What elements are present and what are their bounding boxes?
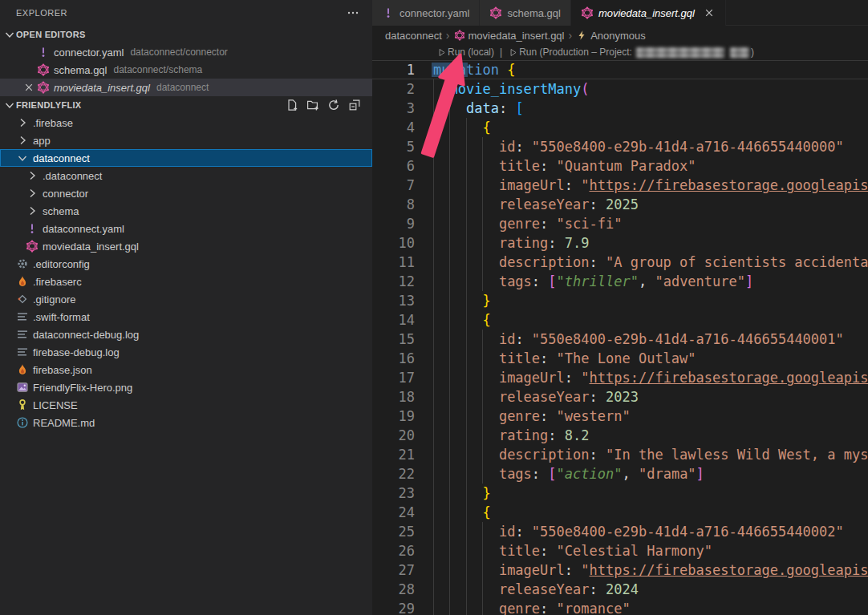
- code-line-2[interactable]: 2 movie_insertMany(: [372, 79, 868, 99]
- file-label: dataconnect.yaml: [43, 223, 124, 235]
- tree-item-.firebaserc[interactable]: .firebaserc: [0, 273, 372, 290]
- code-line-4[interactable]: 4 {: [372, 118, 868, 137]
- code-line-7[interactable]: 7 imageUrl: "https://firebasestorage.goo…: [372, 176, 868, 195]
- tree-item-dataconnect-debug.log[interactable]: dataconnect-debug.log: [0, 326, 372, 343]
- code-line-25[interactable]: 25 id: "550e8400-e29b-41d4-a716-44665544…: [372, 522, 868, 541]
- line-number: 29: [372, 599, 415, 615]
- tree-item-FriendlyFlix-Hero.png[interactable]: FriendlyFlix-Hero.png: [0, 378, 372, 396]
- tree-item-.dataconnect[interactable]: .dataconnect: [0, 167, 372, 184]
- open-editor-schema.gql[interactable]: schema.gqldataconnect/schema: [0, 61, 372, 79]
- code-line-29[interactable]: 29 genre: "romance": [372, 599, 868, 615]
- tree-item-.firebase[interactable]: .firebase: [0, 114, 372, 131]
- code-line-3[interactable]: 3 data: [: [372, 99, 868, 118]
- line-number: 13: [372, 291, 415, 310]
- code-line-text: }: [433, 291, 491, 310]
- code-line-5[interactable]: 5 id: "550e8400-e29b-41d4-a716-446655440…: [372, 137, 868, 156]
- code-line-16[interactable]: 16 title: "The Lone Outlaw": [372, 349, 868, 368]
- tree-item-dataconnect.yaml[interactable]: dataconnect.yaml: [0, 220, 372, 237]
- tab-moviedata_insert.gql[interactable]: moviedata_insert.gql: [571, 0, 726, 26]
- code-line-text: imageUrl: "https://firebasestorage.googl…: [433, 176, 868, 195]
- run-local-link[interactable]: Run (local): [436, 47, 494, 58]
- code-line-1[interactable]: 1mutation {: [372, 60, 868, 79]
- code-line-21[interactable]: 21 description: "In the lawless Wild Wes…: [372, 445, 868, 464]
- collapse-all-button[interactable]: [347, 97, 363, 113]
- token: :: [548, 427, 564, 443]
- code-line-24[interactable]: 24 {: [372, 503, 868, 522]
- tree-item-.swift-format[interactable]: .swift-format: [0, 308, 372, 326]
- code-line-28[interactable]: 28 releaseYear: 2024: [372, 580, 868, 599]
- tab-connector.yaml[interactable]: connector.yaml: [372, 0, 480, 26]
- tab-schema.gql[interactable]: schema.gql: [480, 0, 570, 26]
- tree-item-.gitignore[interactable]: .gitignore: [0, 290, 372, 308]
- refresh-button[interactable]: [326, 97, 342, 113]
- new-file-button[interactable]: [284, 97, 300, 113]
- indent-spaces: [433, 312, 482, 328]
- tree-item-moviedata_insert.gql[interactable]: moviedata_insert.gql: [0, 237, 372, 255]
- tree-item-firebase.json[interactable]: firebase.json: [0, 361, 372, 378]
- code-line-13[interactable]: 13 }: [372, 291, 868, 310]
- flame-icon: [16, 363, 29, 376]
- token: :: [540, 408, 556, 424]
- line-number: 9: [372, 214, 415, 233]
- code-line-10[interactable]: 10 rating: 7.9: [372, 233, 868, 253]
- code-line-6[interactable]: 6 title: "Quantum Paradox": [372, 156, 868, 176]
- code-line-20[interactable]: 20 rating: 8.2: [372, 426, 868, 445]
- more-actions-button[interactable]: [345, 5, 361, 21]
- line-number: 10: [372, 233, 415, 253]
- close-icon: [22, 81, 35, 94]
- file-label: .firebaserc: [33, 276, 82, 288]
- breadcrumb-segment-dataconnect[interactable]: dataconnect: [385, 30, 442, 42]
- breadcrumb-segment-file[interactable]: moviedata_insert.gql: [468, 30, 565, 42]
- project-section-header[interactable]: FRIENDLYFLIX: [0, 96, 372, 114]
- token: 2024: [606, 581, 639, 597]
- token: :: [532, 273, 548, 289]
- codelens-suffix: ): [751, 47, 754, 58]
- code-line-19[interactable]: 19 genre: "western": [372, 407, 868, 426]
- code-line-text: tags: ["thriller", "adventure"]: [433, 272, 753, 291]
- code-line-12[interactable]: 12 tags: ["thriller", "adventure"]: [372, 272, 868, 291]
- code-line-text: movie_insertMany(: [433, 79, 590, 99]
- token: :: [540, 216, 556, 232]
- tree-item-firebase-debug.log[interactable]: firebase-debug.log: [0, 343, 372, 361]
- token: description: [499, 254, 590, 270]
- text-lines-icon: [16, 310, 29, 323]
- code-line-11[interactable]: 11 description: "A group of scientists a…: [372, 253, 868, 272]
- code-line-15[interactable]: 15 id: "550e8400-e29b-41d4-a716-44665544…: [372, 330, 868, 349]
- breadcrumb-separator-icon: ›: [568, 29, 572, 42]
- tree-item-dataconnect[interactable]: dataconnect: [0, 149, 372, 167]
- code-editor[interactable]: 1mutation {2 movie_insertMany(3 data: [4…: [372, 60, 868, 615]
- code-line-18[interactable]: 18 releaseYear: 2023: [372, 387, 868, 407]
- code-line-27[interactable]: 27 imageUrl: "https://firebasestorage.go…: [372, 560, 868, 580]
- open-editor-label: connector.yaml: [54, 47, 124, 59]
- token: "western": [557, 408, 631, 424]
- license-ribbon-icon: [16, 399, 29, 411]
- open-editor-moviedata_insert.gql[interactable]: moviedata_insert.gqldataconnect: [0, 79, 372, 96]
- code-line-26[interactable]: 26 title: "Celestial Harmony": [372, 541, 868, 560]
- token: https://firebasestorage.googleapis.com: [590, 562, 868, 578]
- tree-item-README.md[interactable]: README.md: [0, 414, 372, 431]
- open-editors-label: OPEN EDITORS: [16, 30, 86, 39]
- open-editors-section-header[interactable]: OPEN EDITORS: [0, 26, 372, 43]
- project-actions: [284, 97, 372, 113]
- open-editor-connector.yaml[interactable]: connector.yamldataconnect/connector: [0, 43, 372, 61]
- code-line-14[interactable]: 14 {: [372, 310, 868, 330]
- tree-item-connector[interactable]: connector: [0, 184, 372, 202]
- code-line-9[interactable]: 9 genre: "sci-fi": [372, 214, 868, 233]
- code-line-23[interactable]: 23 }: [372, 484, 868, 503]
- indent-spaces: [433, 196, 499, 212]
- tree-item-schema[interactable]: schema: [0, 202, 372, 220]
- new-folder-button[interactable]: [305, 97, 321, 113]
- close-button[interactable]: [21, 81, 37, 94]
- tree-item-app[interactable]: app: [0, 131, 372, 149]
- breadcrumb-segment-symbol[interactable]: Anonymous: [590, 30, 646, 42]
- token: [: [548, 273, 556, 289]
- code-line-22[interactable]: 22 tags: ["action", "drama"]: [372, 464, 868, 484]
- code-line-17[interactable]: 17 imageUrl: "https://firebasestorage.go…: [372, 368, 868, 387]
- token: :: [515, 331, 531, 347]
- code-line-8[interactable]: 8 releaseYear: 2025: [372, 195, 868, 214]
- tree-item-.editorconfig[interactable]: .editorconfig: [0, 255, 372, 273]
- code-line-text: releaseYear: 2025: [433, 195, 639, 214]
- tree-item-LICENSE[interactable]: LICENSE: [0, 396, 372, 414]
- run-production-link[interactable]: Run (Production – Project:: [508, 47, 632, 58]
- tab-close-button[interactable]: [703, 6, 716, 19]
